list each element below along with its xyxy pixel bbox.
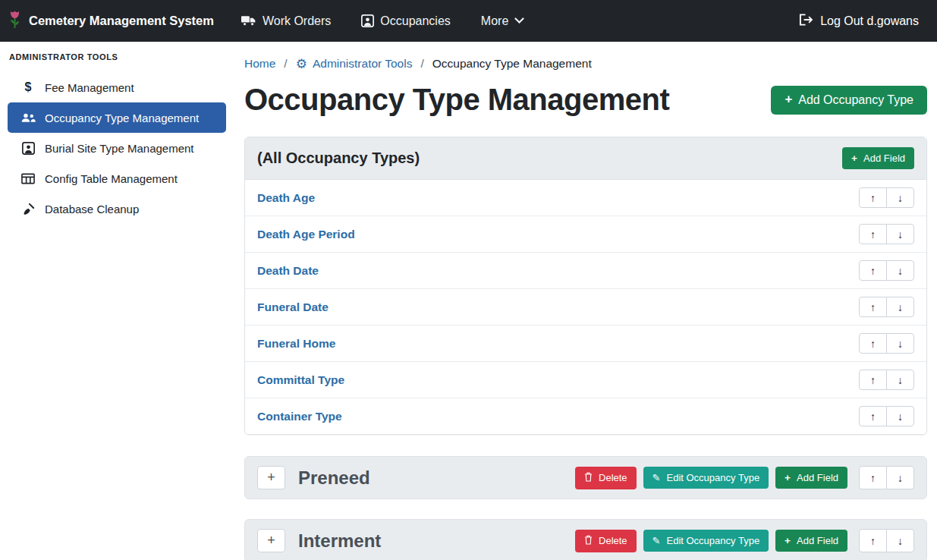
portrait-icon (20, 142, 36, 155)
sidebar-item-burial-site-type-management[interactable]: Burial Site Type Management (0, 133, 234, 163)
delete-button[interactable]: Delete (575, 530, 637, 552)
field-row: Death Date ↑ ↓ (245, 253, 926, 289)
reorder-controls: ↑ ↓ (859, 224, 914, 244)
nav-occupancies-label: Occupancies (380, 14, 451, 28)
app-brand[interactable]: Cemetery Management System (8, 10, 214, 33)
gear-icon: ⚙ (296, 58, 307, 71)
logout-icon (799, 14, 813, 29)
reorder-controls: ↑ ↓ (859, 187, 914, 208)
plus-icon: + (785, 473, 791, 483)
plus-icon: + (785, 93, 792, 106)
admin-sidebar: ADMINISTRATOR TOOLS $ Fee Management Occ… (0, 42, 234, 560)
sidebar-item-fee-management[interactable]: $ Fee Management (0, 72, 234, 102)
sidebar-item-occupancy-type-management[interactable]: Occupancy Type Management (8, 102, 226, 133)
main-nav: Work Orders Occupancies More (241, 14, 524, 28)
move-up-button[interactable]: ↑ (859, 466, 887, 489)
reorder-controls: ↑ ↓ (859, 406, 914, 426)
nav-more[interactable]: More (481, 14, 524, 28)
move-up-button[interactable]: ↑ (859, 406, 887, 426)
field-link-death-date[interactable]: Death Date (257, 264, 319, 278)
move-down-button[interactable]: ↓ (886, 224, 914, 244)
breadcrumb-separator: / (420, 57, 423, 71)
all-occupancy-types-card: (All Occupancy Types) + Add Field Death … (244, 137, 927, 435)
nav-work-orders[interactable]: Work Orders (241, 14, 331, 28)
breadcrumb-current: Occupancy Type Management (432, 57, 592, 71)
move-up-button[interactable]: ↑ (859, 224, 887, 244)
reorder-controls: ↑ ↓ (859, 297, 914, 317)
plus-icon: + (785, 536, 791, 546)
page-title: Occupancy Type Management (244, 83, 669, 117)
pencil-icon: ✎ (652, 473, 661, 483)
field-row: Container Type ↑ ↓ (245, 398, 926, 434)
broom-icon (20, 203, 36, 216)
sidebar-heading: ADMINISTRATOR TOOLS (0, 52, 234, 72)
logout-label: Log Out d.gowans (820, 14, 919, 28)
trash-icon (584, 472, 593, 484)
dollar-icon: $ (20, 80, 36, 94)
top-navbar: Cemetery Management System Work Orders (0, 0, 937, 42)
edit-occupancy-type-button[interactable]: ✎ Edit Occupancy Type (643, 467, 769, 489)
add-field-button[interactable]: + Add Field (842, 147, 914, 169)
move-down-button[interactable]: ↓ (886, 529, 914, 552)
reorder-controls: ↑ ↓ (859, 466, 914, 489)
breadcrumb-administrator-tools[interactable]: ⚙ Administrator Tools (296, 57, 413, 71)
expand-button[interactable]: + (257, 466, 285, 489)
pencil-icon: ✎ (652, 536, 661, 546)
move-down-button[interactable]: ↓ (886, 260, 914, 281)
field-link-container-type[interactable]: Container Type (257, 410, 342, 423)
breadcrumb-separator: / (284, 57, 287, 71)
breadcrumb-home[interactable]: Home (244, 57, 275, 71)
move-down-button[interactable]: ↓ (886, 370, 914, 390)
field-row: Death Age Period ↑ ↓ (245, 216, 926, 253)
reorder-controls: ↑ ↓ (859, 529, 914, 552)
move-up-button[interactable]: ↑ (859, 370, 887, 390)
logout-button[interactable]: Log Out d.gowans (799, 14, 919, 29)
move-up-button[interactable]: ↑ (859, 333, 887, 354)
occupancy-type-section-preneed: + Preneed Delete ✎ Edit Occupancy Type (244, 456, 927, 499)
reorder-controls: ↑ ↓ (859, 370, 914, 390)
field-link-funeral-date[interactable]: Funeral Date (257, 300, 329, 314)
sidebar-item-label: Occupancy Type Management (45, 112, 199, 124)
nav-occupancies[interactable]: Occupancies (361, 14, 451, 28)
move-down-button[interactable]: ↓ (886, 466, 914, 489)
add-field-button[interactable]: + Add Field (775, 467, 847, 489)
field-link-death-age[interactable]: Death Age (257, 191, 315, 205)
nav-work-orders-label: Work Orders (263, 14, 331, 28)
field-link-death-age-period[interactable]: Death Age Period (257, 228, 355, 241)
sidebar-item-database-cleanup[interactable]: Database Cleanup (0, 193, 234, 224)
field-link-funeral-home[interactable]: Funeral Home (257, 337, 335, 351)
field-row: Death Age ↑ ↓ (245, 180, 926, 216)
sidebar-item-config-table-management[interactable]: Config Table Management (0, 163, 234, 193)
add-field-button[interactable]: + Add Field (775, 530, 847, 552)
brand-title: Cemetery Management System (29, 14, 214, 28)
field-row: Committal Type ↑ ↓ (245, 362, 926, 398)
move-down-button[interactable]: ↓ (886, 333, 914, 354)
sidebar-item-label: Fee Management (45, 81, 134, 94)
truck-icon (241, 15, 256, 27)
section-title: Preneed (298, 467, 370, 489)
card-title: (All Occupancy Types) (257, 149, 420, 167)
move-down-button[interactable]: ↓ (886, 187, 914, 208)
nav-more-label: More (481, 14, 508, 28)
section-actions: Delete ✎ Edit Occupancy Type + Add Field… (575, 529, 914, 552)
delete-button[interactable]: Delete (575, 467, 637, 489)
move-up-button[interactable]: ↑ (859, 260, 887, 281)
edit-occupancy-type-button[interactable]: ✎ Edit Occupancy Type (643, 530, 769, 552)
portrait-icon (361, 14, 374, 27)
move-up-button[interactable]: ↑ (859, 529, 887, 552)
move-up-button[interactable]: ↑ (859, 187, 887, 208)
sidebar-item-label: Burial Site Type Management (45, 142, 194, 155)
add-occupancy-type-button[interactable]: + Add Occupancy Type (771, 86, 927, 115)
users-icon (20, 112, 36, 123)
flower-logo-icon (8, 10, 22, 33)
field-row: Funeral Home ↑ ↓ (245, 326, 926, 362)
reorder-controls: ↑ ↓ (859, 333, 914, 354)
expand-button[interactable]: + (257, 529, 285, 552)
move-up-button[interactable]: ↑ (859, 297, 887, 317)
main-content: Home / ⚙ Administrator Tools / Occupancy… (234, 42, 937, 560)
chevron-down-icon (514, 17, 524, 24)
field-link-committal-type[interactable]: Committal Type (257, 373, 344, 387)
occupancy-type-section-interment: + Interment Delete ✎ Edit Occupancy Type (244, 519, 927, 560)
move-down-button[interactable]: ↓ (886, 406, 914, 426)
move-down-button[interactable]: ↓ (886, 297, 914, 317)
